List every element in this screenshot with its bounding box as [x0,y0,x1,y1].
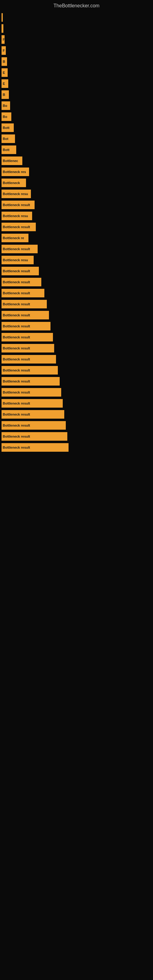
bar-label-38: Bottleneck result [3,434,30,438]
bar-label-15: Bottleneck [3,181,20,185]
bar-label-27: Bottleneck result [3,313,30,317]
bar-3: F [2,46,6,55]
bar-row: F [0,35,153,44]
bar-32: Bottleneck result [2,366,58,375]
bar-1 [2,24,3,33]
bar-row: Bottleneck result [0,366,153,375]
bar-row: B [0,57,153,66]
bar-row: Bottleneck re [0,234,153,242]
bar-row: Bottleneck result [0,200,153,209]
bar-8: Bo [2,101,10,110]
bar-38: Bottleneck result [2,432,67,441]
bar-label-39: Bottleneck result [3,445,30,449]
bar-label-30: Bottleneck result [3,346,30,350]
bar-row: Bottleneck result [0,333,153,342]
bar-label-36: Bottleneck result [3,412,30,416]
bar-row: Bo [0,101,153,110]
bar-39: Bottleneck result [2,443,69,452]
bar-row: Bottleneck result [0,388,153,396]
bar-label-3: F [3,49,5,52]
bar-13: Bottlenec [2,156,22,165]
bar-label-11: Bot [3,137,8,140]
bar-26: Bottleneck result [2,300,47,309]
bar-label-22: Bottleneck resu [3,258,28,262]
bar-29: Bottleneck result [2,333,53,342]
bar-row: Bottleneck result [0,355,153,364]
bar-label-25: Bottleneck result [3,291,30,295]
bar-row: B [0,90,153,99]
bar-31: Bottleneck result [2,355,56,364]
bar-row: Bott [0,145,153,154]
bar-row: Bottleneck [0,178,153,187]
bar-row: Bottleneck resu [0,256,153,264]
bar-row: Bottleneck result [0,267,153,275]
bar-label-26: Bottleneck result [3,302,30,306]
bar-12: Bott [2,145,16,154]
bar-label-35: Bottleneck result [3,401,30,405]
bar-label-23: Bottleneck result [3,269,30,273]
bar-row: Bottlenec [0,156,153,165]
bar-label-8: Bo [3,104,7,108]
bar-row: Bo [0,112,153,121]
bar-6: E [2,79,8,88]
bar-16: Bottleneck resu [2,189,31,198]
bar-label-20: Bottleneck re [3,236,24,240]
bar-9: Bo [2,112,11,121]
bar-row: Bottleneck result [0,377,153,385]
bar-row [0,24,153,33]
bar-label-7: B [3,93,5,97]
bar-33: Bottleneck result [2,377,60,385]
bar-row: Bottleneck result [0,443,153,452]
bar-35: Bottleneck result [2,399,63,407]
bar-row: Bottleneck result [0,278,153,286]
bar-label-37: Bottleneck result [3,423,30,427]
bar-11: Bot [2,134,15,143]
bar-row: F [0,46,153,55]
bar-row: Bottleneck resu [0,212,153,220]
bar-22: Bottleneck resu [2,256,33,264]
bar-row [0,13,153,22]
bar-label-5: E [3,71,5,75]
bar-label-32: Bottleneck result [3,368,30,372]
bar-23: Bottleneck result [2,267,39,275]
bar-row: Bottleneck result [0,322,153,331]
bar-5: E [2,68,8,77]
bar-label-34: Bottleneck result [3,390,30,394]
bar-10: Bott [2,123,14,132]
bar-row: Bottleneck result [0,399,153,407]
bar-14: Bottleneck res [2,167,29,176]
bar-row: Bottleneck result [0,223,153,231]
bar-label-14: Bottleneck res [3,170,26,173]
bar-19: Bottleneck result [2,223,36,231]
bar-row: Bottleneck result [0,410,153,418]
bar-25: Bottleneck result [2,289,45,298]
bar-label-12: Bott [3,148,10,151]
bar-28: Bottleneck result [2,322,51,331]
bar-row: Bottleneck result [0,432,153,441]
bar-row: Bottleneck result [0,289,153,298]
bar-label-24: Bottleneck result [3,280,30,284]
bar-24: Bottleneck result [2,278,41,286]
bars-container: FFBEEBBoBoBottBotBottBottlenecBottleneck… [0,10,153,454]
bar-label-21: Bottleneck result [3,247,30,251]
bar-row: Bottleneck result [0,300,153,309]
bar-label-31: Bottleneck result [3,357,30,361]
bar-row: Bottleneck result [0,344,153,353]
bar-row: Bottleneck result [0,421,153,430]
bar-18: Bottleneck resu [2,212,32,220]
bar-label-18: Bottleneck resu [3,214,28,218]
bar-label-9: Bo [3,115,7,119]
bar-4: B [2,57,7,66]
bar-label-2: F [3,38,5,41]
bar-label-19: Bottleneck result [3,225,30,229]
bar-7: B [2,90,9,99]
bar-label-16: Bottleneck resu [3,192,28,196]
bar-row: Bottleneck resu [0,189,153,198]
bar-label-13: Bottlenec [3,159,18,162]
bar-row: Bott [0,123,153,132]
bar-label-33: Bottleneck result [3,379,30,383]
bar-34: Bottleneck result [2,388,61,396]
bar-17: Bottleneck result [2,200,35,209]
bar-row: Bottleneck result [0,311,153,320]
bar-row: E [0,68,153,77]
